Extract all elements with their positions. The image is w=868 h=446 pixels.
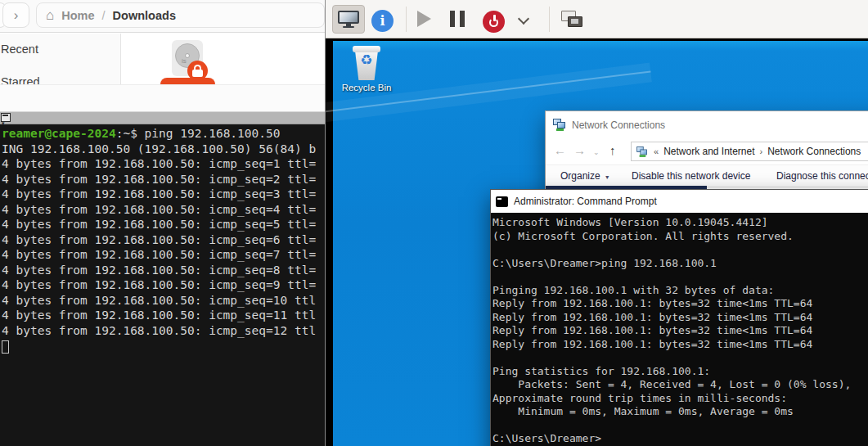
terminal-line: 4 bytes from 192.168.100.50: icmp_seq=4 … [2,203,325,218]
file-manager-sidebar: Recent Starred [0,34,121,84]
file-manager-content[interactable]: is [122,34,325,84]
file-manager-headerbar[interactable]: › ⌂ Home / Downloads [0,0,325,33]
toolbar-separator [406,7,407,32]
cmd-line: C:\Users\Dreamer> [492,432,868,446]
cmd-line: Pinging 192.168.100.1 with 32 bytes of d… [492,284,868,298]
nav-back-icon[interactable]: ← [554,143,566,157]
terminal-line: ING 192.168.100.50 (192.168.100.50) 56(8… [2,142,325,158]
network-connections-icon [553,119,566,131]
terminal-command: ping 192.168.100.50 [145,127,281,140]
network-connections-titlebar[interactable]: Network Connections [546,111,868,138]
cmd-line [492,243,868,257]
window-title: Administrator: Command Prompt [514,196,657,207]
forward-chevron-icon: › [14,7,19,24]
toolbar-separator [549,7,550,32]
linux-terminal[interactable]: reamer@cape-2024:~$ ping 192.168.100.50 … [0,124,325,446]
virt-manager-window: i [325,0,868,446]
nav-forward-icon[interactable]: → [573,143,586,157]
cmd-line: Approximate round trip times in milli-se… [492,392,868,406]
recycle-symbol-icon: ♻ [353,53,380,67]
breadcrumb-prefix: « [654,146,659,156]
organize-button[interactable]: Organize▼ [560,170,610,182]
terminal-line: 4 bytes from 192.168.100.50: icmp_seq=3 … [2,187,325,203]
terminal-titlebar[interactable]: ▾ [0,112,325,124]
command-prompt-window: Administrator: Command Prompt Microsoft … [490,189,868,446]
info-icon: i [380,13,385,29]
shutdown-menu-chevron-icon[interactable] [518,13,529,25]
terminal-prompt-line: reamer@cape-2024:~$ ping 192.168.100.50 [2,127,325,142]
cmd-line: Reply from 192.168.100.1: bytes=32 time<… [492,297,868,311]
disable-network-device-button[interactable]: Disable this network device [632,170,750,182]
monitor-icon [338,11,359,29]
terminal-line: 4 bytes from 192.168.100.50: icmp_seq=10… [2,294,325,309]
command-prompt-titlebar[interactable]: Administrator: Command Prompt [491,190,868,213]
cmd-line: Microsoft Windows [Version 10.0.19045.44… [492,216,868,230]
cmd-line [492,270,868,284]
vm-toolbar: i [326,0,868,38]
terminal-line: 4 bytes from 192.168.100.50: icmp_seq=6 … [2,233,325,249]
disc-icon-text: is [182,57,187,65]
vm-run-button[interactable] [417,11,431,27]
command-prompt-icon [496,196,508,207]
terminal-line: 4 bytes from 192.168.100.50: icmp_seq=11… [2,309,325,324]
breadcrumb-home[interactable]: Home [61,9,94,22]
pause-icon [450,11,455,27]
organize-caret-icon: ▼ [605,174,610,180]
fullscreen-displays-button[interactable] [561,11,584,29]
breadcrumb-network-connections[interactable]: Network Connections [767,146,861,157]
terminal-line: 4 bytes from 192.168.100.50: icmp_seq=9 … [2,278,325,294]
cmd-line: (c) Microsoft Corporation. All rights re… [492,230,868,244]
explorer-command-bar: Organize▼ Disable this network device Di… [546,164,868,187]
terminal-line: 4 bytes from 192.168.100.50: icmp_seq=7 … [2,248,325,264]
nav-up-icon[interactable]: ↑ [609,143,616,157]
cmd-line: Ping statistics for 192.168.100.1: [492,365,868,379]
file-manager-window: › ⌂ Home / Downloads Recent Starred is [0,0,325,84]
selected-file-name-label[interactable] [160,78,215,84]
breadcrumb-network-and-internet[interactable]: Network and Internet [663,146,754,157]
screen: › ⌂ Home / Downloads Recent Starred is [0,0,868,446]
vm-info-button[interactable]: i [371,10,394,32]
cmd-line: Reply from 192.168.100.1: bytes=32 time<… [492,324,868,338]
diagnose-connection-button[interactable]: Diagnose this connection [776,170,868,182]
terminal-line: 4 bytes from 192.168.100.50: icmp_seq=8 … [2,264,325,279]
explorer-navigation-bar: ← → ⌄ ↑ « Network and Internet › Network… [546,138,868,164]
cmd-line [492,351,868,365]
breadcrumb-separator: / [102,9,106,22]
console-view-button[interactable] [332,5,365,34]
window-title: Network Connections [572,119,665,131]
terminal-prompt-user: reamer@cape-2024 [2,127,116,140]
nav-history-dropdown-icon[interactable]: ⌄ [593,148,600,156]
recycle-bin-label: Recycle Bin [337,83,396,92]
terminal-line: 4 bytes from 192.168.100.50: icmp_seq=12… [2,324,325,340]
sidebar-item-recent[interactable]: Recent [1,43,38,56]
breadcrumb[interactable]: ⌂ Home / Downloads [36,2,325,28]
vm-pause-button[interactable] [450,11,465,27]
home-icon: ⌂ [46,8,54,22]
terminal-line: 4 bytes from 192.168.100.50: icmp_seq=5 … [2,218,325,233]
cmd-line: Minimum = 0ms, Maximum = 0ms, Average = … [492,405,868,419]
recycle-bin-desktop-icon[interactable]: ♻ Recycle Bin [337,46,396,105]
forward-button[interactable]: › [2,2,29,28]
terminal-line: 4 bytes from 192.168.100.50: icmp_seq=2 … [2,173,325,188]
breadcrumb-chevron[interactable]: › [760,146,763,156]
recycle-bin-icon: ♻ [353,46,380,80]
breadcrumb-current[interactable]: Downloads [113,9,176,22]
vm-shutdown-button[interactable] [483,11,505,33]
address-bar[interactable]: « Network and Internet › Network Connect… [631,142,868,161]
sidebar-item-starred[interactable]: Starred [1,75,40,84]
cmd-line [492,419,868,433]
address-location-icon [636,146,648,157]
background-window-band [0,84,325,112]
command-prompt-output[interactable]: Microsoft Windows [Version 10.0.19045.44… [491,213,868,446]
terminal-line: 4 bytes from 192.168.100.50: icmp_seq=1 … [2,157,325,173]
cmd-line: Reply from 192.168.100.1: bytes=32 time<… [492,338,868,352]
cmd-line: C:\Users\Dreamer>ping 192.168.100.1 [492,257,868,271]
cmd-line: Packets: Sent = 4, Received = 4, Lost = … [492,378,868,392]
terminal-cursor [2,340,9,354]
cmd-line: Reply from 192.168.100.1: bytes=32 time<… [492,311,868,325]
vm-display-area[interactable]: ♻ Recycle Bin Network Connections ← → ⌄ [326,38,868,446]
